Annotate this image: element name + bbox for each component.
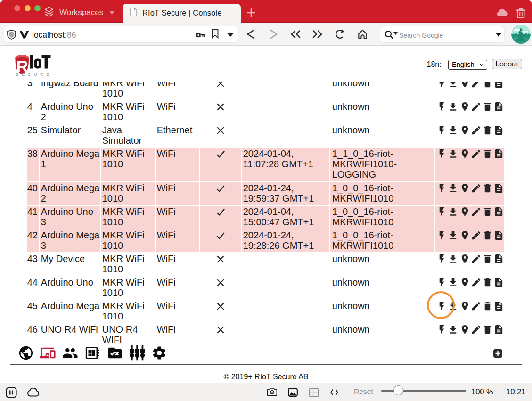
svg-text:SECURE: SECURE <box>16 72 52 77</box>
